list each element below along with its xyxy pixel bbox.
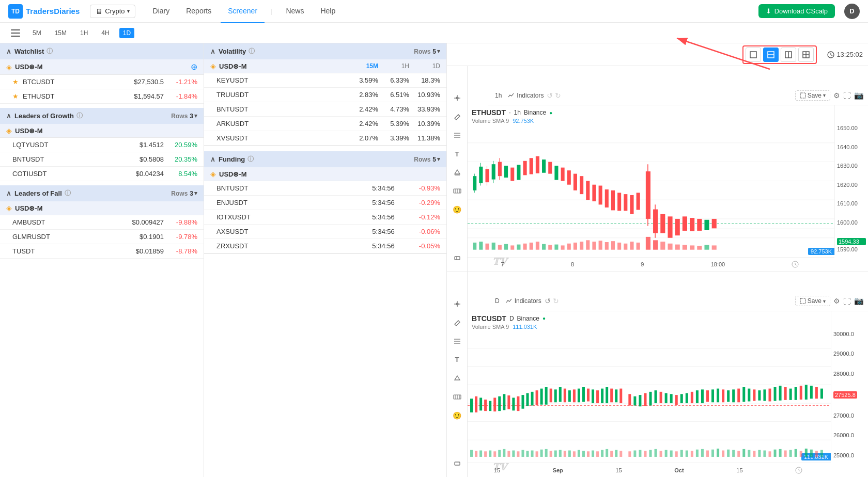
btc-lines-tool-icon[interactable] xyxy=(450,334,464,348)
nav-help[interactable]: Help xyxy=(313,0,343,23)
watchlist-chevron-icon[interactable]: ∧ xyxy=(6,47,11,55)
growth-info-icon[interactable]: ⓘ xyxy=(76,112,83,120)
btc-shapes-tool-icon[interactable] xyxy=(450,371,464,386)
tf-1d[interactable]: 1D xyxy=(119,28,134,38)
layout-dual-v-button[interactable] xyxy=(781,47,796,62)
eth-save-btn[interactable]: Save ▾ xyxy=(795,90,830,101)
tf-15m[interactable]: 15M xyxy=(51,28,70,38)
btc-measure-tool-icon[interactable] xyxy=(450,390,464,404)
vol-row-bnt[interactable]: BNTUSDT 2.42% 4.73% 33.93% xyxy=(204,102,446,117)
hamburger-menu-icon[interactable] xyxy=(8,26,23,40)
pencil-tool-icon[interactable] xyxy=(450,109,464,124)
vol-col1-header[interactable]: 15M xyxy=(342,62,378,70)
eth-camera-icon[interactable]: 📷 xyxy=(854,91,864,100)
fall-info-icon[interactable]: ⓘ xyxy=(65,189,71,198)
nav-screener[interactable]: Screener xyxy=(221,0,265,23)
vol-tru-name: TRUUSDT xyxy=(216,91,342,99)
measure-tool-icon[interactable] xyxy=(450,184,464,198)
eth-save-chevron-icon[interactable]: ▾ xyxy=(823,92,826,98)
vol-chevron-icon[interactable]: ∧ xyxy=(210,47,215,55)
btc-emoji-tool-icon[interactable]: 🙂 xyxy=(450,408,464,423)
watchlist-info-icon[interactable]: ⓘ xyxy=(47,47,53,56)
growth-rows-dropdown-icon[interactable]: ▾ xyxy=(194,113,197,119)
growth-chevron-icon[interactable]: ∧ xyxy=(6,112,11,120)
fund-row-iotx[interactable]: IOTXUSDT 5:34:56 -0.12% xyxy=(204,210,446,225)
vol-row-xvs[interactable]: XVSUSDT 2.07% 3.39% 11.38% xyxy=(204,131,446,146)
eth-indicators-btn[interactable]: Indicators xyxy=(507,92,544,99)
vol-row-key[interactable]: KEYUSDT 3.59% 6.33% 18.3% xyxy=(204,73,446,88)
crosshair-tool-icon[interactable] xyxy=(450,91,464,105)
svg-rect-241 xyxy=(550,451,552,457)
vol-row-tru[interactable]: TRUUSDT 2.83% 6.51% 10.93% xyxy=(204,88,446,102)
svg-rect-225 xyxy=(475,451,477,457)
nav-reports[interactable]: Reports xyxy=(179,0,219,23)
btc-save-btn[interactable]: Save ▾ xyxy=(795,296,830,306)
fund-row-enj[interactable]: ENJUSDT 5:34:56 -0.29% xyxy=(204,196,446,210)
fund-rows-dropdown-icon[interactable]: ▾ xyxy=(437,156,440,163)
tv-watermark: 𝕋𝕍 xyxy=(492,256,506,267)
fund-row-zrx[interactable]: ZRXUSDT 5:34:56 -0.05% xyxy=(204,239,446,253)
btc-settings-icon[interactable]: ⚙ xyxy=(833,297,840,305)
vol-row-ark[interactable]: ARKUSDT 2.42% 5.39% 10.39% xyxy=(204,117,446,131)
fund-info-icon[interactable]: ⓘ xyxy=(247,155,254,164)
user-avatar[interactable]: D xyxy=(844,4,860,19)
svg-rect-185 xyxy=(619,388,622,403)
btc-chart-canvas[interactable]: BTCUSDT D Binance ● Volume SMA 9 111.031… xyxy=(468,311,868,478)
fund-zrx-time: 5:34:56 xyxy=(363,242,404,250)
text-tool-icon[interactable]: T xyxy=(450,147,464,161)
btc-indicators-btn[interactable]: Indicators xyxy=(505,297,541,305)
download-cscalp-button[interactable]: ⬇ Download CScalp xyxy=(758,4,835,18)
btc-eraser-tool-icon[interactable] xyxy=(450,456,464,471)
vol-info-icon[interactable]: ⓘ xyxy=(249,47,255,56)
emoji-tool-icon[interactable]: 🙂 xyxy=(450,202,464,217)
logo-text[interactable]: TradersDiaries xyxy=(26,7,80,15)
eth-price-axis: 1650.00 1640.00 1630.00 1620.00 1610.00 … xyxy=(834,105,868,255)
fall-row-glmr[interactable]: GLMRUSDT $0.1901 -9.78% xyxy=(0,230,204,244)
eth-tf-btn[interactable]: 1h xyxy=(492,91,504,100)
svg-rect-190 xyxy=(649,391,652,405)
watchlist-row-btc[interactable]: ★ BTCUSDT $27,530.5 -1.21% xyxy=(0,75,204,89)
eraser-tool-icon[interactable] xyxy=(450,251,464,265)
svg-rect-218 xyxy=(795,387,797,400)
lines-tool-icon[interactable] xyxy=(450,128,464,142)
fall-row-amb[interactable]: AMBUSDT $0.009427 -9.88% xyxy=(0,215,204,230)
svg-rect-219 xyxy=(800,386,802,400)
fund-row-axs[interactable]: AXSUSDT 5:34:56 -0.06% xyxy=(204,225,446,239)
fund-sub-header: ◈ USD⊛-M xyxy=(204,167,446,181)
layout-single-button[interactable] xyxy=(746,47,761,62)
fall-row-tusdt[interactable]: TUSDT $0.01859 -8.78% xyxy=(0,244,204,259)
eth-redo-icon[interactable]: ↻ xyxy=(555,91,561,100)
tf-5m[interactable]: 5M xyxy=(29,28,45,38)
watchlist-row-eth[interactable]: ★ ETHUSDT $1,594.57 -1.84% xyxy=(0,89,204,104)
nav-news[interactable]: News xyxy=(278,0,311,23)
fall-rows-dropdown-icon[interactable]: ▾ xyxy=(194,190,197,197)
shapes-tool-icon[interactable] xyxy=(450,165,464,180)
fund-chevron-icon[interactable]: ∧ xyxy=(210,155,215,163)
btc-fullscreen-icon[interactable]: ⛶ xyxy=(843,297,851,306)
tf-1h[interactable]: 1H xyxy=(76,28,91,38)
fund-row-bnt[interactable]: BNTUSDT 5:34:56 -0.93% xyxy=(204,181,446,196)
eth-undo-icon[interactable]: ↻ xyxy=(547,91,553,100)
btc-text-tool-icon[interactable]: T xyxy=(450,353,464,367)
btc-pencil-tool-icon[interactable] xyxy=(450,315,464,330)
fall-chevron-icon[interactable]: ∧ xyxy=(6,189,11,197)
btc-undo-icon[interactable]: ↻ xyxy=(545,297,551,305)
growth-row-lqty[interactable]: LQTYUSDT $1.4512 20.59% xyxy=(0,138,204,152)
growth-row-bnt[interactable]: BNTUSDT $0.5808 20.35% xyxy=(0,152,204,167)
btc-camera-icon[interactable]: 📷 xyxy=(854,296,864,306)
eth-chart-canvas[interactable]: ETHUSDT · 1h Binance ● Volume SMA 9 92.7… xyxy=(468,105,868,272)
btc-redo-icon[interactable]: ↻ xyxy=(553,297,559,305)
btc-crosshair-tool-icon[interactable] xyxy=(450,297,464,311)
crypto-dropdown-btn[interactable]: 🖥 Crypto ▾ xyxy=(90,5,135,18)
watchlist-add-button[interactable]: ⊕ xyxy=(191,62,197,72)
eth-settings-icon[interactable]: ⚙ xyxy=(833,91,840,100)
nav-diary[interactable]: Diary xyxy=(146,0,177,23)
eth-fullscreen-icon[interactable]: ⛶ xyxy=(843,91,851,100)
tf-4h[interactable]: 4H xyxy=(98,28,113,38)
layout-quad-button[interactable] xyxy=(798,47,814,62)
btc-tf-btn[interactable]: D xyxy=(492,296,502,306)
btc-save-chevron-icon[interactable]: ▾ xyxy=(823,298,826,304)
vol-rows-dropdown-icon[interactable]: ▾ xyxy=(437,48,440,55)
layout-dual-h-button[interactable] xyxy=(763,47,779,62)
growth-row-coti[interactable]: COTIUSDT $0.04234 8.54% xyxy=(0,167,204,181)
